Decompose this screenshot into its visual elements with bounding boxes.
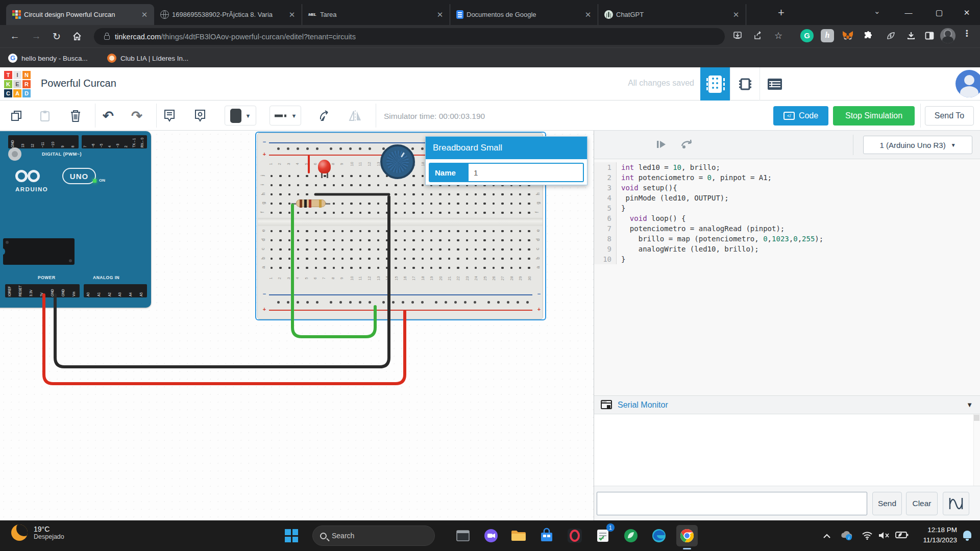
address-bar[interactable]: tinkercad.com/things/4dtFB3lOAov-powerfu… [94, 28, 725, 45]
replay-icon[interactable] [680, 138, 694, 153]
notifications-bell-icon[interactable] [962, 530, 973, 541]
google-favicon: G [8, 54, 17, 63]
board-selector-dropdown[interactable]: 1 (Arduino Uno R3) ▼ [863, 136, 972, 154]
reload-icon[interactable]: ↻ [49, 29, 64, 44]
tab-close-icon[interactable]: ✕ [731, 10, 741, 19]
component-list-button[interactable] [760, 67, 789, 101]
window-maximize-button[interactable]: ▢ [925, 0, 953, 25]
video-app-taskbar-icon[interactable] [480, 525, 502, 546]
undo-button[interactable]: ↶ [99, 107, 117, 125]
notes-button[interactable] [160, 107, 179, 125]
onedrive-info-icon[interactable]: i [840, 531, 853, 543]
extensions-puzzle-icon[interactable] [862, 29, 875, 42]
honey-extension-icon[interactable]: h [821, 29, 834, 42]
browser-tab[interactable]: Documentos de Google✕ [450, 4, 598, 25]
file-explorer-taskbar-icon[interactable] [508, 525, 529, 546]
rotate-button[interactable] [315, 107, 334, 125]
code-button[interactable]: Code [773, 106, 828, 126]
code-line[interactable]: 5} [594, 203, 980, 213]
side-panel-icon[interactable] [923, 29, 936, 42]
tab-search-caret-icon[interactable]: ⌄ [874, 7, 880, 16]
green-app-taskbar-icon[interactable] [620, 525, 642, 546]
bookmark-club-lia[interactable]: Club LIA | Líderes In... [107, 52, 188, 64]
downloads-icon[interactable] [904, 29, 918, 42]
volume-muted-icon[interactable] [878, 531, 890, 542]
bookmark-star-icon[interactable]: ☆ [772, 29, 785, 42]
serial-monitor-output[interactable] [594, 414, 980, 486]
code-line[interactable]: 3void setup(){ [594, 183, 980, 193]
browser-tab[interactable]: MELTarea✕ [302, 4, 450, 25]
globe-favicon [160, 10, 169, 19]
code-line[interactable]: 4 pinMode (led10, OUTPUT); [594, 193, 980, 203]
clear-button[interactable]: Clear [906, 492, 938, 515]
serial-input[interactable] [597, 492, 867, 515]
redo-button[interactable]: ↷ [128, 107, 146, 125]
debug-icon[interactable] [654, 138, 668, 153]
code-line[interactable]: 10} [594, 254, 980, 264]
flip-button[interactable] [346, 107, 364, 125]
code-line[interactable]: 1int led10 = 10, brillo; [594, 162, 980, 172]
paste-button[interactable] [36, 107, 54, 125]
code-panel: 1 (Arduino Uno R3) ▼ 1int led10 = 10, br… [594, 131, 980, 520]
code-line[interactable]: 8 brillo = map (potenciometro, 0,1023,0,… [594, 234, 980, 244]
performance-leaf-icon[interactable] [884, 29, 897, 42]
home-icon[interactable] [69, 29, 85, 44]
forward-icon[interactable]: → [29, 29, 44, 44]
bookmark-hello-bendy[interactable]: G hello bendy - Busca... [8, 52, 88, 64]
browser-menu-icon[interactable]: ••• [966, 30, 968, 37]
back-icon[interactable]: ← [7, 29, 22, 44]
send-to-button[interactable]: Send To [925, 106, 974, 126]
ms-store-taskbar-icon[interactable] [536, 525, 557, 546]
tab-close-icon[interactable]: ✕ [583, 10, 593, 19]
browser-tab[interactable]: 1698695538902-PrÃjctica 8. Varia✕ [154, 4, 302, 25]
chrome-taskbar-icon[interactable] [676, 525, 698, 546]
opera-taskbar-icon[interactable] [564, 525, 585, 546]
edge-taskbar-icon[interactable] [648, 525, 670, 546]
schematic-view-button[interactable] [730, 67, 760, 101]
notes-app-taskbar-icon[interactable]: 1 [592, 525, 614, 546]
code-editor[interactable]: 1int led10 = 10, brillo;2int potenciomet… [594, 159, 980, 395]
tab-close-icon[interactable]: ✕ [140, 10, 149, 19]
wifi-icon[interactable] [862, 531, 873, 542]
scrollbar-track[interactable] [973, 414, 980, 486]
collapse-caret-icon[interactable]: ▼ [966, 401, 973, 409]
install-app-icon[interactable] [731, 29, 744, 42]
color-dropdown[interactable]: ▼ [225, 106, 256, 126]
graph-button[interactable] [943, 492, 969, 515]
tab-close-icon[interactable]: ✕ [287, 10, 297, 19]
window-minimize-button[interactable]: — [894, 0, 923, 25]
serial-monitor-header[interactable]: Serial Monitor ▼ [594, 395, 980, 414]
code-line[interactable]: 2int potenciometro = 0, pinpot = A1; [594, 172, 980, 183]
share-icon[interactable] [751, 29, 765, 42]
tray-chevron-up-icon[interactable] [823, 532, 831, 541]
copy-button[interactable] [7, 107, 26, 125]
account-avatar[interactable] [955, 70, 980, 97]
window-close-button[interactable]: ✕ [952, 0, 980, 25]
send-button[interactable]: Send [872, 492, 902, 515]
browser-tab[interactable]: Circuit design Powerful Curcan✕ [6, 4, 154, 25]
battery-saver-icon[interactable] [895, 531, 909, 541]
code-line[interactable]: 6 void loop() { [594, 213, 980, 223]
grammarly-extension-icon[interactable]: G [800, 29, 814, 42]
circuit-canvas[interactable]: GND1312~11~1098 7~6~54~32TX→1RX←0 DIGITA… [0, 131, 594, 520]
wire-style-dropdown[interactable]: ▼ [270, 106, 301, 126]
start-button[interactable] [282, 527, 301, 545]
annotation-visibility-button[interactable] [191, 107, 209, 125]
clock[interactable]: 12:18 PM 11/13/2023 [923, 525, 957, 545]
weather-widget[interactable]: 19°C Despejado [11, 524, 64, 541]
browser-profile-avatar[interactable] [940, 28, 955, 43]
name-input[interactable] [469, 164, 583, 181]
code-line[interactable]: 7 potenciometro = analogRead (pinpot); [594, 223, 980, 234]
browser-tab[interactable]: ChatGPT✕ [598, 4, 746, 25]
delete-button[interactable] [66, 107, 85, 125]
tab-close-icon[interactable]: ✕ [435, 10, 445, 19]
project-title[interactable]: Powerful Curcan [41, 78, 116, 89]
taskbar-search[interactable]: Search [312, 525, 435, 546]
stop-simulation-button[interactable]: Stop Simulation [833, 106, 915, 126]
metamask-extension-icon[interactable] [841, 29, 854, 42]
code-line[interactable]: 9 analogWrite (led10, brillo); [594, 244, 980, 254]
new-tab-button[interactable]: + [778, 6, 785, 19]
tinkercad-logo[interactable]: TINKERCAD [4, 71, 31, 97]
breadboard-view-button[interactable] [700, 67, 730, 101]
window-app-taskbar-icon[interactable] [452, 525, 474, 546]
